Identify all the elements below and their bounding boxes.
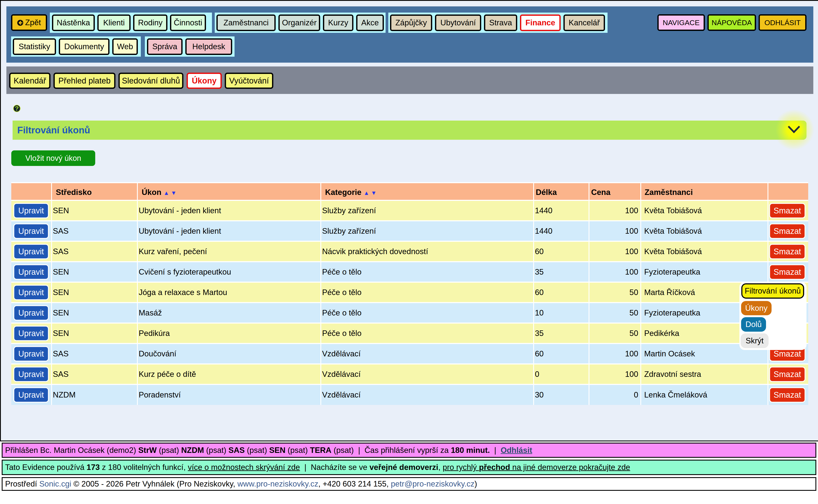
svg-text:?: ? bbox=[15, 105, 19, 112]
